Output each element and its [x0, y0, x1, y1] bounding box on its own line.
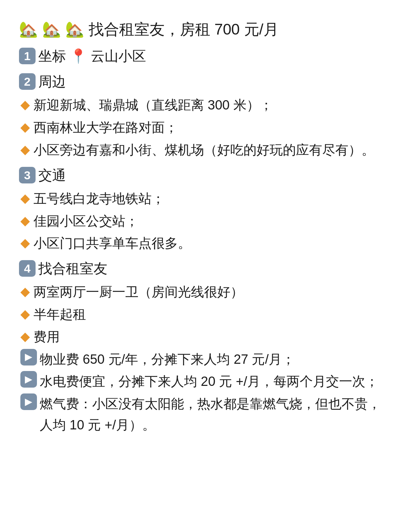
fee-item-1: ▶ 物业费 650 元/年，分摊下来人均 27 元/月； [19, 349, 385, 370]
diamond-icon-4-3: ◆ [20, 326, 30, 346]
diamond-icon-3-2: ◆ [20, 211, 30, 231]
fee-text-2: 水电费便宜，分摊下来人均 20 元 +/月，每两个月交一次； [40, 371, 385, 392]
bullet-text-2-3: 小区旁边有嘉和小街、煤机场（好吃的好玩的应有尽有）。 [33, 140, 385, 161]
section-2-header: 2 周边 [19, 70, 385, 93]
diamond-icon-3-3: ◆ [20, 233, 30, 253]
bullet-text-4-3: 费用 [33, 326, 385, 348]
section-3-badge: 3 [19, 167, 36, 183]
house-emoji-1: 🏡 [19, 21, 38, 38]
section-2-title: 周边 [38, 70, 66, 93]
section-2-badge: 2 [19, 73, 36, 90]
bullet-4-2: ◆ 半年起租 [19, 304, 385, 325]
fee-text-3: 燃气费：小区没有太阳能，热水都是靠燃气烧，但也不贵，人均 10 元 +/月）。 [40, 393, 385, 436]
bullet-text-4-1: 两室两厅一厨一卫（房间光线很好） [33, 282, 385, 303]
bullet-3-3: ◆ 小区门口共享单车点很多。 [19, 233, 385, 254]
bullet-2-2: ◆ 西南林业大学在路对面； [19, 117, 385, 138]
bullet-2-3: ◆ 小区旁边有嘉和小街、煤机场（好吃的好玩的应有尽有）。 [19, 140, 385, 161]
section-1-title: 坐标 📍 云山小区 [38, 45, 146, 67]
bullet-text-2-1: 新迎新城、瑞鼎城（直线距离 300 米）； [33, 95, 385, 116]
section-1-badge: 1 [19, 48, 36, 64]
fee-item-2: ▶ 水电费便宜，分摊下来人均 20 元 +/月，每两个月交一次； [19, 371, 385, 392]
diamond-icon-2-3: ◆ [20, 140, 30, 160]
bullet-text-3-1: 五号线白龙寺地铁站； [33, 188, 385, 209]
bullet-text-2-2: 西南林业大学在路对面； [33, 117, 385, 138]
bullet-text-3-2: 佳园小区公交站； [33, 211, 385, 232]
section-1-header: 1 坐标 📍 云山小区 [19, 45, 385, 67]
play-badge-3: ▶ [20, 393, 37, 410]
bullet-3-2: ◆ 佳园小区公交站； [19, 211, 385, 232]
title-text: 找合租室友，房租 700 元/月 [89, 21, 279, 38]
title-line: 🏡 🏡 🏡 找合租室友，房租 700 元/月 [19, 17, 385, 41]
section-3-title: 交通 [38, 164, 66, 186]
diamond-icon-4-1: ◆ [20, 282, 30, 302]
bullet-3-1: ◆ 五号线白龙寺地铁站； [19, 188, 385, 209]
bullet-text-4-2: 半年起租 [33, 304, 385, 325]
diamond-icon-2-2: ◆ [20, 117, 30, 137]
section-4-badge: 4 [19, 260, 36, 277]
bullet-2-1: ◆ 新迎新城、瑞鼎城（直线距离 300 米）； [19, 95, 385, 116]
play-badge-1: ▶ [20, 349, 37, 365]
section-4-title: 找合租室友 [38, 257, 107, 279]
fee-item-3: ▶ 燃气费：小区没有太阳能，热水都是靠燃气烧，但也不贵，人均 10 元 +/月）… [19, 393, 385, 436]
house-emoji-2: 🏡 [42, 21, 61, 38]
play-badge-2: ▶ [20, 371, 37, 388]
fee-text-1: 物业费 650 元/年，分摊下来人均 27 元/月； [40, 349, 385, 370]
section-4-header: 4 找合租室友 [19, 257, 385, 279]
section-3-header: 3 交通 [19, 164, 385, 186]
diamond-icon-3-1: ◆ [20, 188, 30, 208]
bullet-4-1: ◆ 两室两厅一厨一卫（房间光线很好） [19, 282, 385, 303]
bullet-text-3-3: 小区门口共享单车点很多。 [33, 233, 385, 254]
house-emoji-3: 🏡 [65, 21, 84, 38]
main-content: 🏡 🏡 🏡 找合租室友，房租 700 元/月 1 坐标 📍 云山小区 2 周边 … [19, 17, 385, 436]
bullet-4-3: ◆ 费用 [19, 326, 385, 348]
diamond-icon-2-1: ◆ [20, 95, 30, 115]
diamond-icon-4-2: ◆ [20, 304, 30, 324]
